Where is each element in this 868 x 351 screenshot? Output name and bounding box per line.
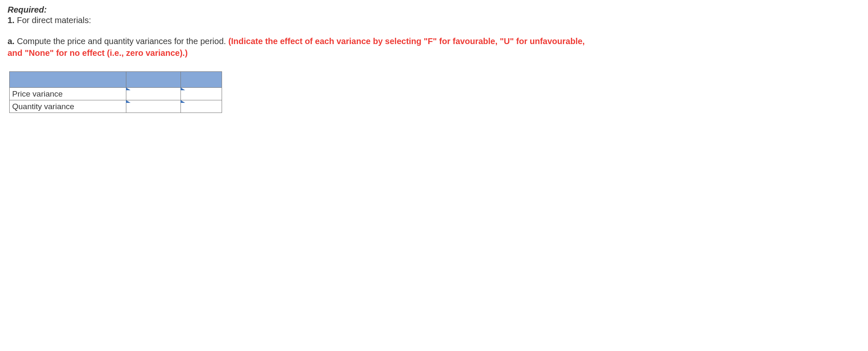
dropdown-caret-icon xyxy=(180,100,185,103)
item-line: 1. For direct materials: xyxy=(8,16,860,25)
subitem-plain-text: Compute the price and quantity variances… xyxy=(17,37,228,46)
variance-table: Price variance Quantity variance xyxy=(9,71,222,113)
dropdown-caret-icon xyxy=(126,100,131,103)
table-header-row xyxy=(10,72,222,88)
subitem: a. Compute the price and quantity varian… xyxy=(8,35,587,59)
table-row: Quantity variance xyxy=(10,100,222,113)
dropdown-caret-icon xyxy=(180,87,185,90)
row-label: Price variance xyxy=(10,88,126,100)
effect-select[interactable] xyxy=(181,88,222,100)
table-row: Price variance xyxy=(10,88,222,100)
dropdown-caret-icon xyxy=(126,87,131,90)
header-effect xyxy=(181,72,222,88)
header-label xyxy=(10,72,126,88)
amount-input[interactable] xyxy=(126,100,181,113)
amount-input[interactable] xyxy=(126,88,181,100)
item-number: 1. xyxy=(8,16,15,25)
item-text: For direct materials: xyxy=(17,16,91,25)
header-amount xyxy=(126,72,181,88)
effect-select[interactable] xyxy=(181,100,222,113)
row-label: Quantity variance xyxy=(10,100,126,113)
subitem-letter: a. xyxy=(8,37,15,46)
required-heading: Required: xyxy=(8,5,860,15)
